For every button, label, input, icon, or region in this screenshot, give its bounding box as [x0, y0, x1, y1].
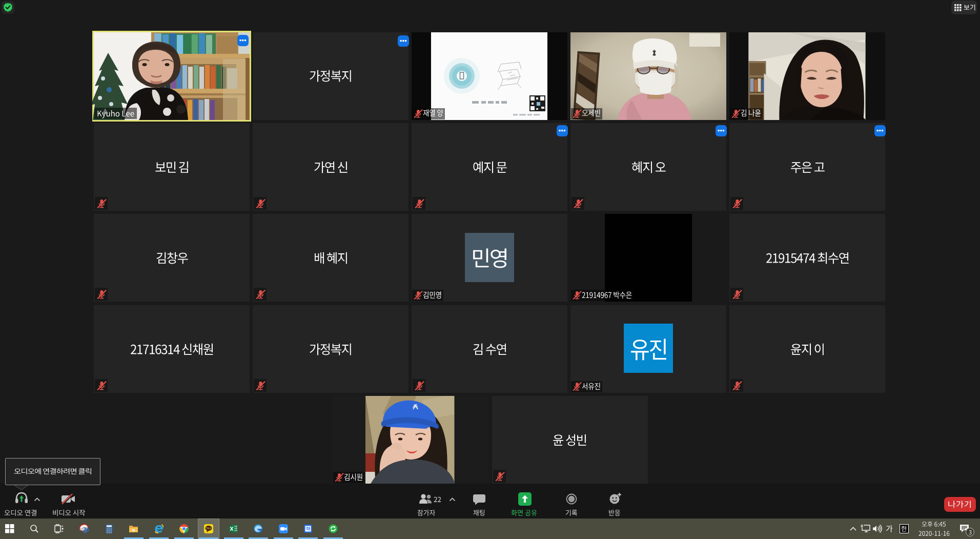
svg-text:TALK: TALK — [206, 527, 212, 530]
